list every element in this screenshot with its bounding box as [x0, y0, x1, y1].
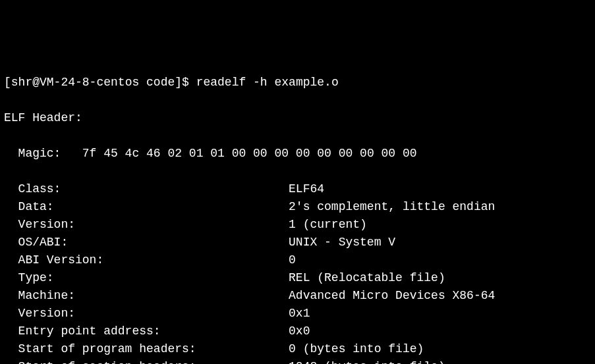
elf-field-label: ABI Version: [18, 251, 289, 269]
elf-field-value: 0x0 [289, 325, 310, 338]
elf-field-row: Start of program headers:0 (bytes into f… [4, 340, 591, 358]
elf-field-value: REL (Relocatable file) [289, 271, 445, 284]
elf-field-row: Version:1 (current) [4, 216, 591, 234]
elf-field-label: Version: [18, 216, 289, 234]
elf-field-value: 1 (current) [289, 218, 367, 231]
elf-field-label: Entry point address: [18, 323, 289, 340]
elf-field-row: Version:0x1 [4, 305, 591, 323]
elf-field-value: ELF64 [289, 182, 324, 195]
elf-field-label: Data: [18, 198, 289, 216]
elf-field-value: 0 (bytes into file) [289, 342, 424, 355]
elf-field-label: Start of program headers: [18, 340, 289, 358]
magic-label: Magic: [18, 147, 82, 160]
elf-field-label: Machine: [18, 287, 289, 305]
elf-fields: Class:ELF64Data:2's complement, little e… [4, 180, 591, 364]
elf-field-label: Version: [18, 305, 289, 323]
elf-field-value: 0 [289, 253, 296, 267]
elf-field-value: Advanced Micro Devices X86-64 [289, 289, 495, 302]
elf-field-value: UNIX - System V [289, 236, 395, 249]
typed-command: readelf -h example.o [196, 76, 339, 89]
elf-field-row: Type:REL (Relocatable file) [4, 269, 591, 287]
elf-field-row: ABI Version:0 [4, 251, 591, 269]
elf-field-label: OS/ABI: [18, 234, 289, 251]
elf-field-value: 2's complement, little endian [289, 200, 495, 213]
elf-field-row: Data:2's complement, little endian [4, 198, 591, 216]
magic-row: Magic: 7f 45 4c 46 02 01 01 00 00 00 00 … [4, 145, 591, 163]
elf-field-value: 0x1 [289, 307, 310, 320]
shell-prompt: [shr@VM-24-8-centos code]$ [4, 76, 196, 89]
elf-field-label: Class: [18, 180, 289, 198]
elf-field-label: Type: [18, 269, 289, 287]
elf-header-title: ELF Header: [4, 109, 591, 127]
magic-value: 7f 45 4c 46 02 01 01 00 00 00 00 00 00 0… [82, 147, 424, 160]
elf-field-row: Class:ELF64 [4, 180, 591, 198]
elf-field-value: 1048 (bytes into file) [289, 360, 445, 364]
elf-field-label: Start of section headers: [18, 358, 289, 364]
elf-field-row: Entry point address:0x0 [4, 323, 591, 340]
elf-field-row: Machine:Advanced Micro Devices X86-64 [4, 287, 591, 305]
command-line[interactable]: [shr@VM-24-8-centos code]$ readelf -h ex… [4, 74, 591, 91]
elf-field-row: OS/ABI:UNIX - System V [4, 234, 591, 251]
elf-field-row: Start of section headers:1048 (bytes int… [4, 358, 591, 364]
